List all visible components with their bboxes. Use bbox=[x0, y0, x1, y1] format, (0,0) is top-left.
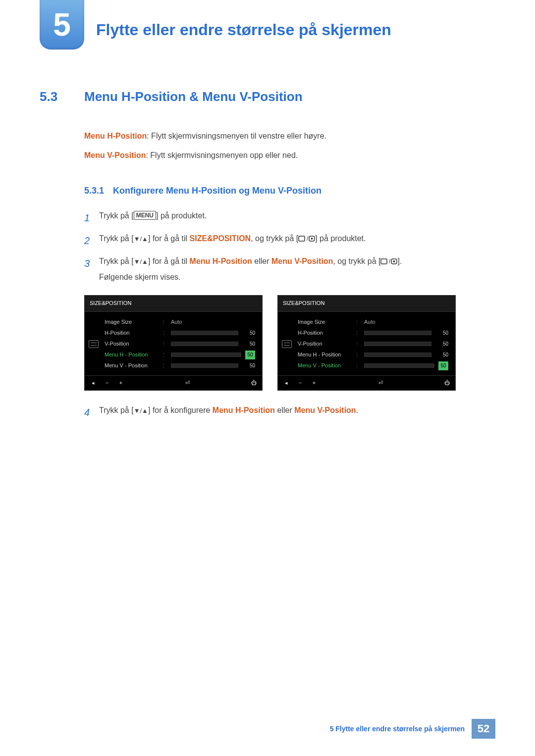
step-2: 2 Trykk på [▼/▲] for å gå til SIZE&POSIT… bbox=[84, 231, 495, 250]
osd-item: H-Position:50 bbox=[296, 328, 450, 339]
colon: : bbox=[356, 339, 360, 349]
footer-text: 5 Flytte eller endre størrelse på skjerm… bbox=[330, 719, 472, 739]
osd-slider-bar bbox=[171, 363, 238, 368]
osd-item: Image Size:Auto bbox=[296, 317, 450, 328]
osd-item: Menu H - Position:50 bbox=[103, 350, 257, 360]
osd-item: V-Position:50 bbox=[296, 339, 450, 350]
chapter-header: 5 Flytte eller endre størrelse på skjerm… bbox=[40, 10, 495, 50]
osd-item-value: Auto bbox=[364, 317, 448, 327]
osd-item-label: Image Size bbox=[298, 317, 352, 327]
osd-item: Menu H - Position:50 bbox=[296, 350, 450, 360]
step-number: 2 bbox=[84, 231, 99, 250]
power-icon: ⏻ bbox=[250, 378, 257, 388]
plus-icon: + bbox=[117, 378, 124, 388]
osd-slider-bar bbox=[364, 353, 431, 357]
osd-slider-bar bbox=[171, 342, 238, 346]
osd-item-value: 50 bbox=[242, 329, 255, 338]
plus-icon: + bbox=[311, 378, 318, 388]
osd-item-value: 50 bbox=[242, 361, 255, 370]
colon: : bbox=[163, 328, 167, 338]
osd-slider-bar bbox=[364, 363, 434, 368]
svg-text:/: / bbox=[307, 235, 309, 242]
back-icon: ◂ bbox=[90, 378, 97, 388]
target-size-position: SIZE&POSITION bbox=[190, 234, 251, 243]
svg-point-7 bbox=[393, 260, 395, 262]
subsection-number: 5.3.1 bbox=[84, 183, 104, 199]
osd-item-label: H-Position bbox=[105, 328, 159, 338]
osd-item-label: H-Position bbox=[298, 328, 352, 338]
osd-item-value: 50 bbox=[245, 351, 255, 359]
osd-item-label: Menu H - Position bbox=[298, 350, 352, 360]
osd-item-label: Image Size bbox=[105, 317, 159, 327]
rect-enter-icon: / bbox=[298, 232, 315, 247]
step-number: 1 bbox=[84, 208, 99, 227]
minus-icon: − bbox=[104, 378, 110, 388]
target-menu-v: Menu V-Position bbox=[271, 257, 333, 265]
osd-item-label: Menu V - Position bbox=[105, 361, 159, 371]
chapter-number-badge: 5 bbox=[40, 0, 84, 50]
back-icon: ◂ bbox=[283, 378, 290, 388]
chapter-title: Flytte eller endre størrelse på skjermen bbox=[96, 10, 391, 39]
osd-item: Menu V - Position:50 bbox=[296, 360, 450, 371]
osd-item-value: 50 bbox=[435, 340, 448, 349]
subsection-heading: 5.3.1 Konfigurere Menu H-Position og Men… bbox=[84, 183, 495, 199]
power-icon: ⏻ bbox=[443, 378, 450, 388]
osd-item-value: 50 bbox=[242, 340, 255, 349]
step-1: 1 Trykk på [MENU] på produktet. bbox=[84, 208, 495, 227]
osd-items: Image Size:AutoH-Position:50V-Position:5… bbox=[296, 317, 455, 371]
osd-panel-right: SIZE&POSITION Image Size:AutoH-Position:… bbox=[277, 295, 456, 391]
osd-item-label: Menu V - Position bbox=[298, 361, 352, 371]
osd-slider-bar bbox=[364, 342, 431, 346]
osd-item-label: V-Position bbox=[298, 339, 352, 349]
osd-side-icon-col bbox=[278, 317, 296, 371]
vp-label: Menu V-Position bbox=[84, 151, 146, 159]
osd-side-icon-col bbox=[85, 317, 103, 371]
step-4: 4 Trykk på [▼/▲] for å konfigurere Menu … bbox=[84, 403, 495, 422]
step-3: 3 Trykk på [▼/▲] for å gå til Menu H-Pos… bbox=[84, 254, 495, 285]
minus-icon: − bbox=[297, 378, 304, 388]
osd-item-label: V-Position bbox=[105, 339, 159, 349]
svg-text:/: / bbox=[389, 258, 391, 265]
osd-title: SIZE&POSITION bbox=[278, 296, 455, 312]
colon: : bbox=[163, 317, 167, 327]
osd-item-value: Auto bbox=[171, 317, 255, 327]
osd-item-value: 50 bbox=[438, 361, 448, 370]
down-up-arrow-icon: ▼/▲ bbox=[134, 233, 148, 246]
hp-text: : Flytt skjermvisningsmenyen til venstre… bbox=[147, 132, 326, 140]
rect-enter-icon: / bbox=[380, 255, 397, 270]
down-up-arrow-icon: ▼/▲ bbox=[134, 256, 148, 268]
osd-item: H-Position:50 bbox=[103, 328, 257, 339]
svg-point-3 bbox=[311, 238, 313, 240]
osd-screenshots: SIZE&POSITION Image Size:AutoH-Position:… bbox=[84, 295, 495, 391]
osd-item: Image Size:Auto bbox=[103, 317, 257, 328]
section-heading: 5.3 Menu H-Position & Menu V-Position bbox=[40, 89, 495, 104]
step-text: Trykk på [▼/▲] for å gå til SIZE&POSITIO… bbox=[99, 231, 495, 250]
osd-slider-bar bbox=[364, 331, 431, 335]
intro-hposition: Menu H-Position: Flytt skjermvisningsmen… bbox=[84, 129, 495, 144]
layout-icon bbox=[282, 340, 292, 348]
step-text: Trykk på [MENU] på produktet. bbox=[99, 208, 495, 227]
step-text: Trykk på [▼/▲] for å gå til Menu H-Posit… bbox=[99, 254, 495, 285]
osd-item-label: Menu H - Position bbox=[105, 350, 159, 360]
osd-slider-bar bbox=[171, 331, 238, 335]
svg-rect-0 bbox=[299, 236, 305, 241]
osd-panel-left: SIZE&POSITION Image Size:AutoH-Position:… bbox=[84, 295, 263, 391]
enter-icon: ⏎ bbox=[377, 378, 384, 388]
hp-label: Menu H-Position bbox=[84, 132, 147, 140]
osd-item-value: 50 bbox=[435, 351, 448, 359]
colon: : bbox=[356, 317, 360, 327]
target-menu-h: Menu H-Position bbox=[213, 406, 275, 414]
subsection-title: Konfigurere Menu H-Position og Menu V-Po… bbox=[113, 183, 321, 199]
follow-text: Følgende skjerm vises. bbox=[99, 270, 495, 285]
osd-footer: ◂ − + ⏎ ⏻ bbox=[278, 375, 455, 391]
osd-slider-bar bbox=[171, 353, 241, 357]
step-number: 3 bbox=[84, 254, 99, 285]
section-number: 5.3 bbox=[40, 89, 84, 104]
down-up-arrow-icon: ▼/▲ bbox=[134, 405, 148, 417]
step-text: Trykk på [▼/▲] for å konfigurere Menu H-… bbox=[99, 403, 495, 422]
colon: : bbox=[163, 350, 167, 360]
colon: : bbox=[356, 350, 360, 360]
osd-item-value: 50 bbox=[435, 329, 448, 338]
page-footer: 5 Flytte eller endre størrelse på skjerm… bbox=[330, 719, 495, 739]
layout-icon bbox=[89, 340, 99, 348]
